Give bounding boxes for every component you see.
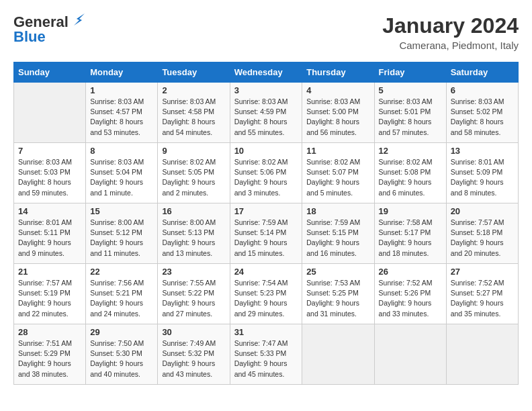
day-info: Sunrise: 7:51 AMSunset: 5:29 PMDaylight:…	[18, 338, 81, 379]
calendar-cell	[374, 324, 446, 385]
day-number: 22	[90, 267, 153, 277]
calendar-cell: 24Sunrise: 7:54 AMSunset: 5:23 PMDayligh…	[230, 264, 302, 324]
day-number: 5	[379, 85, 442, 95]
calendar-cell: 12Sunrise: 8:02 AMSunset: 5:08 PMDayligh…	[374, 143, 446, 203]
day-info: Sunrise: 7:59 AMSunset: 5:14 PMDaylight:…	[234, 218, 298, 259]
day-info: Sunrise: 7:52 AMSunset: 5:27 PMDaylight:…	[451, 278, 514, 319]
day-number: 23	[162, 267, 225, 277]
day-number: 21	[18, 267, 81, 277]
weekday-header-monday: Monday	[86, 62, 158, 83]
calendar-week-row: 21Sunrise: 7:57 AMSunset: 5:19 PMDayligh…	[14, 264, 519, 324]
calendar-cell	[446, 324, 518, 385]
day-info: Sunrise: 7:59 AMSunset: 5:15 PMDaylight:…	[306, 218, 369, 259]
calendar-cell: 25Sunrise: 7:53 AMSunset: 5:25 PMDayligh…	[302, 264, 374, 324]
day-info: Sunrise: 7:52 AMSunset: 5:26 PMDaylight:…	[379, 278, 442, 319]
day-number: 25	[306, 267, 369, 277]
day-number: 26	[379, 267, 442, 277]
day-info: Sunrise: 8:00 AMSunset: 5:13 PMDaylight:…	[162, 218, 225, 259]
svg-marker-0	[74, 13, 85, 26]
calendar-week-row: 7Sunrise: 8:03 AMSunset: 5:03 PMDaylight…	[14, 143, 519, 203]
calendar-cell: 22Sunrise: 7:56 AMSunset: 5:21 PMDayligh…	[86, 264, 158, 324]
day-number: 2	[162, 85, 225, 95]
day-number: 30	[162, 327, 225, 337]
day-number: 18	[306, 206, 369, 216]
day-info: Sunrise: 8:03 AMSunset: 5:01 PMDaylight:…	[379, 97, 442, 138]
day-info: Sunrise: 8:02 AMSunset: 5:08 PMDaylight:…	[379, 157, 442, 198]
calendar-cell: 19Sunrise: 7:58 AMSunset: 5:17 PMDayligh…	[374, 203, 446, 264]
calendar-cell: 18Sunrise: 7:59 AMSunset: 5:15 PMDayligh…	[302, 203, 374, 264]
calendar-cell	[14, 83, 86, 143]
calendar-cell: 17Sunrise: 7:59 AMSunset: 5:14 PMDayligh…	[230, 203, 302, 264]
day-number: 9	[162, 146, 225, 156]
day-info: Sunrise: 8:03 AMSunset: 5:03 PMDaylight:…	[18, 157, 81, 198]
calendar-cell: 1Sunrise: 8:03 AMSunset: 4:57 PMDaylight…	[86, 83, 158, 143]
calendar-cell: 26Sunrise: 7:52 AMSunset: 5:26 PMDayligh…	[374, 264, 446, 324]
day-info: Sunrise: 7:49 AMSunset: 5:32 PMDaylight:…	[162, 338, 225, 379]
calendar-cell: 10Sunrise: 8:02 AMSunset: 5:06 PMDayligh…	[230, 143, 302, 203]
calendar-cell: 31Sunrise: 7:47 AMSunset: 5:33 PMDayligh…	[230, 324, 302, 385]
day-info: Sunrise: 8:00 AMSunset: 5:12 PMDaylight:…	[90, 218, 153, 259]
calendar-cell: 9Sunrise: 8:02 AMSunset: 5:05 PMDaylight…	[158, 143, 230, 203]
calendar-cell: 27Sunrise: 7:52 AMSunset: 5:27 PMDayligh…	[446, 264, 518, 324]
day-number: 17	[234, 206, 298, 216]
day-info: Sunrise: 7:47 AMSunset: 5:33 PMDaylight:…	[234, 338, 298, 379]
day-info: Sunrise: 8:03 AMSunset: 5:04 PMDaylight:…	[90, 157, 153, 198]
calendar-cell: 21Sunrise: 7:57 AMSunset: 5:19 PMDayligh…	[14, 264, 86, 324]
calendar-table: SundayMondayTuesdayWednesdayThursdayFrid…	[13, 62, 519, 385]
day-number: 24	[234, 267, 298, 277]
day-number: 8	[90, 146, 153, 156]
weekday-header-row: SundayMondayTuesdayWednesdayThursdayFrid…	[14, 62, 519, 83]
day-number: 3	[234, 85, 298, 95]
calendar-cell: 13Sunrise: 8:01 AMSunset: 5:09 PMDayligh…	[446, 143, 518, 203]
calendar-cell: 6Sunrise: 8:03 AMSunset: 5:02 PMDaylight…	[446, 83, 518, 143]
calendar-cell: 3Sunrise: 8:03 AMSunset: 4:59 PMDaylight…	[230, 83, 302, 143]
day-number: 29	[90, 327, 153, 337]
day-info: Sunrise: 8:03 AMSunset: 4:58 PMDaylight:…	[162, 97, 225, 138]
day-number: 12	[379, 146, 442, 156]
day-info: Sunrise: 7:56 AMSunset: 5:21 PMDaylight:…	[90, 278, 153, 319]
calendar-cell: 16Sunrise: 8:00 AMSunset: 5:13 PMDayligh…	[158, 203, 230, 264]
day-number: 11	[306, 146, 369, 156]
calendar-cell: 8Sunrise: 8:03 AMSunset: 5:04 PMDaylight…	[86, 143, 158, 203]
day-number: 13	[451, 146, 514, 156]
day-info: Sunrise: 7:50 AMSunset: 5:30 PMDaylight:…	[90, 338, 153, 379]
calendar-cell: 28Sunrise: 7:51 AMSunset: 5:29 PMDayligh…	[14, 324, 86, 385]
calendar-cell: 4Sunrise: 8:03 AMSunset: 5:00 PMDaylight…	[302, 83, 374, 143]
day-number: 16	[162, 206, 225, 216]
calendar-cell: 2Sunrise: 8:03 AMSunset: 4:58 PMDaylight…	[158, 83, 230, 143]
day-info: Sunrise: 8:02 AMSunset: 5:06 PMDaylight:…	[234, 157, 298, 198]
calendar-cell: 29Sunrise: 7:50 AMSunset: 5:30 PMDayligh…	[86, 324, 158, 385]
day-info: Sunrise: 7:57 AMSunset: 5:18 PMDaylight:…	[451, 218, 514, 259]
calendar-cell: 23Sunrise: 7:55 AMSunset: 5:22 PMDayligh…	[158, 264, 230, 324]
calendar-cell: 15Sunrise: 8:00 AMSunset: 5:12 PMDayligh…	[86, 203, 158, 264]
calendar-week-row: 1Sunrise: 8:03 AMSunset: 4:57 PMDaylight…	[14, 83, 519, 143]
day-number: 15	[90, 206, 153, 216]
day-info: Sunrise: 8:03 AMSunset: 4:57 PMDaylight:…	[90, 97, 153, 138]
calendar-cell: 11Sunrise: 8:02 AMSunset: 5:07 PMDayligh…	[302, 143, 374, 203]
weekday-header-thursday: Thursday	[302, 62, 374, 83]
day-number: 14	[18, 206, 81, 216]
day-number: 4	[306, 85, 369, 95]
month-title: January 2024	[382, 13, 519, 38]
day-info: Sunrise: 7:58 AMSunset: 5:17 PMDaylight:…	[379, 218, 442, 259]
weekday-header-friday: Friday	[374, 62, 446, 83]
day-info: Sunrise: 8:01 AMSunset: 5:09 PMDaylight:…	[451, 157, 514, 198]
day-number: 28	[18, 327, 81, 337]
calendar-cell: 14Sunrise: 8:01 AMSunset: 5:11 PMDayligh…	[14, 203, 86, 264]
day-info: Sunrise: 7:54 AMSunset: 5:23 PMDaylight:…	[234, 278, 298, 319]
calendar-cell: 20Sunrise: 7:57 AMSunset: 5:18 PMDayligh…	[446, 203, 518, 264]
day-info: Sunrise: 8:03 AMSunset: 5:00 PMDaylight:…	[306, 97, 369, 138]
day-number: 10	[234, 146, 298, 156]
day-info: Sunrise: 7:53 AMSunset: 5:25 PMDaylight:…	[306, 278, 369, 319]
day-number: 27	[451, 267, 514, 277]
logo: General Blue	[13, 13, 85, 46]
day-info: Sunrise: 7:55 AMSunset: 5:22 PMDaylight:…	[162, 278, 225, 319]
day-info: Sunrise: 8:02 AMSunset: 5:07 PMDaylight:…	[306, 157, 369, 198]
logo-icon	[70, 13, 85, 28]
calendar-cell: 30Sunrise: 7:49 AMSunset: 5:32 PMDayligh…	[158, 324, 230, 385]
day-info: Sunrise: 7:57 AMSunset: 5:19 PMDaylight:…	[18, 278, 81, 319]
day-info: Sunrise: 8:03 AMSunset: 4:59 PMDaylight:…	[234, 97, 298, 138]
calendar-cell	[302, 324, 374, 385]
weekday-header-saturday: Saturday	[446, 62, 518, 83]
weekday-header-tuesday: Tuesday	[158, 62, 230, 83]
